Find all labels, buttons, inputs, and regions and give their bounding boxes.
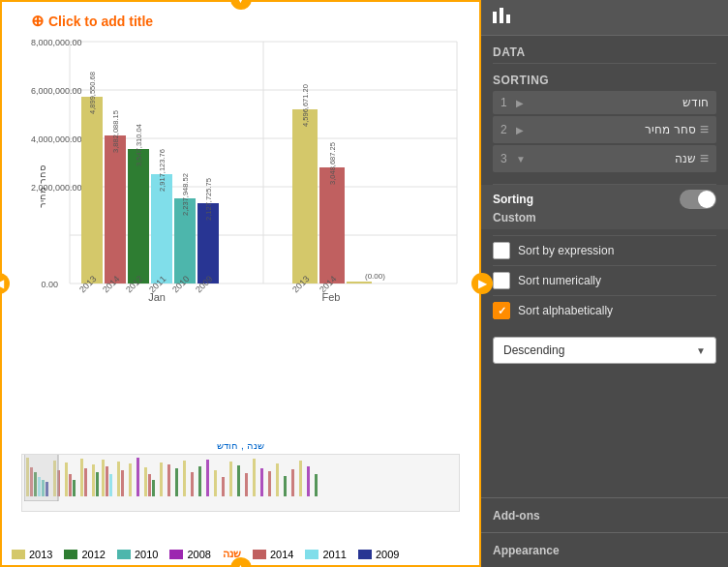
svg-rect-57 xyxy=(96,472,99,496)
legend-item: 2008 xyxy=(169,548,210,560)
svg-rect-67 xyxy=(152,480,155,496)
svg-rect-84 xyxy=(284,476,287,496)
checkbox-row-expression[interactable]: Sort by expression xyxy=(493,235,716,265)
sort-row-2[interactable]: 2 ▶ סחר מחיר ≡ xyxy=(493,116,716,143)
panel-header xyxy=(481,0,728,36)
sort-direction-dropdown[interactable]: Descending ▼ xyxy=(493,337,716,364)
svg-rect-51 xyxy=(65,463,68,496)
svg-rect-37 xyxy=(347,282,372,284)
sort-row-arrow-3: ▼ xyxy=(516,154,526,164)
legend-label-2012: 2012 xyxy=(81,549,105,560)
svg-rect-90 xyxy=(493,12,497,23)
sort-row-3[interactable]: 3 ▼ שנה ≡ xyxy=(493,145,716,172)
sort-row-handle-2[interactable]: ≡ xyxy=(700,121,709,138)
data-section-label: Data xyxy=(481,36,728,63)
svg-text:8,000,000.00: 8,000,000.00 xyxy=(31,38,82,47)
svg-rect-89 xyxy=(24,455,58,501)
checkbox-label-numerically: Sort numerically xyxy=(518,274,601,287)
month-axis-label: שנה , חודש xyxy=(217,440,263,451)
arrow-left[interactable]: ◀ xyxy=(0,273,10,294)
legend-item: 2012 xyxy=(64,548,105,560)
svg-rect-82 xyxy=(268,471,271,496)
sort-row-handle-3[interactable]: ≡ xyxy=(700,150,709,167)
sort-row-arrow-1: ▶ xyxy=(516,98,524,108)
checkbox-label-expression: Sort by expression xyxy=(518,244,614,257)
svg-rect-75 xyxy=(214,470,217,496)
legend-label-2009: 2009 xyxy=(376,549,399,560)
svg-rect-76 xyxy=(222,477,225,496)
svg-rect-80 xyxy=(253,459,256,496)
svg-rect-33 xyxy=(292,109,318,284)
svg-text:3,882,088.15: 3,882,088.15 xyxy=(111,110,120,153)
checkbox-row-alphabetically[interactable]: Sort alphabetically xyxy=(493,295,716,325)
sort-row-num-1: 1 xyxy=(500,96,516,109)
svg-rect-62 xyxy=(121,470,124,496)
legend-label-2010: 2010 xyxy=(135,549,158,560)
sorting-custom-header: Sorting xyxy=(493,190,716,209)
svg-rect-65 xyxy=(144,467,147,496)
appearance-label: Appearance xyxy=(493,544,560,557)
addons-section[interactable]: Add-ons xyxy=(481,497,728,532)
addons-label: Add-ons xyxy=(493,509,540,522)
sort-row-arrow-2: ▶ xyxy=(516,125,524,135)
sort-row-1[interactable]: 1 ▶ חודש xyxy=(493,91,716,114)
svg-rect-71 xyxy=(183,461,186,496)
legend-label-2008: 2008 xyxy=(187,549,210,560)
legend-label-2011: 2011 xyxy=(322,549,346,560)
mini-chart[interactable] xyxy=(21,454,460,512)
legend-item: 2011 xyxy=(305,548,346,560)
legend-label-2013: 2013 xyxy=(29,549,52,560)
svg-rect-81 xyxy=(260,468,263,496)
svg-rect-78 xyxy=(237,465,240,496)
svg-rect-63 xyxy=(129,463,132,496)
appearance-section[interactable]: Appearance xyxy=(481,532,728,567)
svg-rect-16 xyxy=(105,135,126,284)
sorting-toggle[interactable] xyxy=(680,190,716,209)
svg-text:(0.00): (0.00) xyxy=(365,272,385,281)
svg-rect-59 xyxy=(106,466,108,496)
svg-text:2,237,948.52: 2,237,948.52 xyxy=(181,173,190,216)
svg-rect-87 xyxy=(307,466,310,496)
sort-row-num-3: 3 xyxy=(500,152,516,165)
svg-text:2,917,123.76: 2,917,123.76 xyxy=(158,149,167,192)
legend-color-2009 xyxy=(358,550,372,559)
svg-text:3,048,687.25: 3,048,687.25 xyxy=(328,142,337,185)
custom-sub-label: Custom xyxy=(493,209,716,224)
toggle-knob xyxy=(698,191,715,208)
legend-color-2013 xyxy=(12,550,25,559)
checkbox-options: Sort by expression Sort numerically Sort… xyxy=(481,229,728,331)
svg-rect-53 xyxy=(73,480,76,496)
legend-color-2011 xyxy=(305,550,318,559)
svg-rect-85 xyxy=(291,469,294,496)
svg-rect-88 xyxy=(315,474,318,496)
svg-rect-79 xyxy=(245,473,248,496)
chart-icon xyxy=(493,8,510,27)
main-chart-svg: 8,000,000.00 6,000,000.00 4,000,000.00 2… xyxy=(31,32,496,332)
add-title-icon: ⊕ xyxy=(31,12,44,30)
checkbox-row-numerically[interactable]: Sort numerically xyxy=(493,265,716,295)
legend-item: 2013 xyxy=(12,548,52,560)
svg-text:Jan: Jan xyxy=(148,291,166,303)
svg-text:4,899,550.68: 4,899,550.68 xyxy=(88,72,97,114)
sort-row-num-2: 2 xyxy=(500,123,516,136)
sort-row-text-2: סחר מחיר xyxy=(528,123,696,136)
legend-label-2014: 2014 xyxy=(270,549,293,560)
sort-row-text-1: חודש xyxy=(528,96,709,109)
svg-rect-72 xyxy=(191,472,194,496)
svg-rect-77 xyxy=(229,462,232,496)
svg-rect-55 xyxy=(84,468,87,496)
svg-text:0.00: 0.00 xyxy=(41,280,58,289)
svg-rect-74 xyxy=(206,460,209,496)
svg-rect-86 xyxy=(299,461,302,496)
svg-rect-91 xyxy=(500,8,503,23)
svg-text:3,547,310.04: 3,547,310.04 xyxy=(135,124,143,166)
svg-rect-54 xyxy=(80,459,83,496)
svg-text:2,127,725.75: 2,127,725.75 xyxy=(204,178,213,221)
svg-rect-69 xyxy=(167,464,170,496)
chart-container: ▼ ▲ ◀ ▶ ⊕ Click to add title 8,000,000.0… xyxy=(0,0,481,567)
chart-title-text[interactable]: Click to add title xyxy=(48,14,153,29)
arrow-right[interactable]: ▶ xyxy=(471,273,493,294)
legend-color-2012 xyxy=(64,550,77,559)
legend-item: 2009 xyxy=(358,548,399,560)
svg-rect-68 xyxy=(160,463,163,496)
